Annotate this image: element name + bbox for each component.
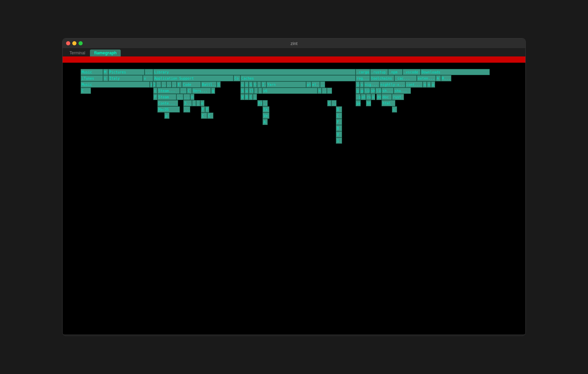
flame-frame[interactable]: c [153, 88, 157, 94]
flame-frame[interactable]: Fr [257, 100, 263, 106]
flame-frame[interactable]: Pictures [108, 69, 145, 75]
flame-frame[interactable]: Steam [157, 94, 176, 100]
root-bar[interactable] [63, 56, 525, 63]
flame-frame[interactable]: C [249, 94, 253, 100]
flame-frame[interactable]: ... [253, 94, 257, 100]
flame-frame[interactable]: ... [156, 81, 161, 88]
flame-frame[interactable]: .rustup [370, 69, 388, 75]
flame-frame[interactable]: V [240, 94, 245, 100]
flame-frame[interactable]: ... [183, 106, 190, 113]
flame-frame[interactable]: ... [172, 81, 177, 88]
flame-frame[interactable]: C [81, 88, 91, 94]
flame-frame[interactable]: nig... [364, 81, 379, 88]
flame-frame[interactable]: cont... [405, 81, 423, 88]
flame-frame[interactable]: dc [376, 94, 382, 100]
flame-frame[interactable]: S [217, 81, 221, 88]
flame-frame[interactable]: sha... [394, 88, 411, 94]
flame-frame[interactable]: o [431, 81, 435, 88]
flame-frame[interactable]: 3... [183, 100, 192, 106]
flame-frame[interactable]: ... [257, 81, 261, 88]
flame-frame[interactable]: Italy [108, 75, 143, 81]
flame-frame[interactable]: MacOS [157, 106, 180, 113]
flame-frame[interactable]: R... [441, 75, 451, 81]
flame-frame[interactable]: exten... [417, 75, 436, 81]
flame-frame[interactable]: ru [366, 94, 371, 100]
flame-frame[interactable]: C [207, 113, 213, 119]
flame-frame[interactable]: sh [370, 88, 375, 94]
flame-frame[interactable]: ... [176, 94, 183, 100]
flame-frame[interactable]: in [356, 81, 360, 88]
flame-frame[interactable]: ... [183, 94, 190, 100]
flame-frame[interactable]: ... [322, 88, 327, 94]
flame-frame[interactable]: v [143, 75, 153, 81]
flame-frame[interactable]: ... [192, 100, 196, 106]
flame-frame[interactable]: n [423, 81, 427, 88]
flame-frame[interactable]: ty [253, 81, 257, 88]
flame-frame[interactable]: ... [180, 88, 187, 94]
flame-frame[interactable]: ... [263, 100, 268, 106]
flame-frame[interactable]: n [427, 81, 431, 88]
flame-frame[interactable]: ... [331, 100, 337, 106]
flame-frame[interactable]: ... [166, 81, 172, 88]
flame-frame[interactable]: p [164, 113, 169, 119]
flame-frame[interactable]: v6 [262, 88, 318, 94]
flame-frame[interactable]: ... [320, 81, 325, 88]
minimize-button[interactable] [72, 41, 76, 45]
tab-flamegraph[interactable]: flamegraph [90, 50, 121, 56]
flame-frame[interactable]: Music [81, 69, 103, 75]
maximize-button[interactable] [79, 41, 83, 45]
flame-frame[interactable]: Cl [249, 88, 254, 94]
flame-frame[interactable]: Yarn [266, 81, 306, 88]
flame-frame[interactable]: B [336, 125, 342, 131]
flame-frame[interactable]: Ve [263, 113, 269, 119]
flame-frame[interactable]: pl [306, 81, 311, 88]
flame-frame[interactable]: nightly-x... [379, 81, 405, 88]
flame-frame[interactable]: html [382, 100, 395, 106]
flame-frame[interactable]: S [240, 88, 245, 94]
flame-frame[interactable]: F [336, 119, 342, 125]
flame-frame[interactable]: B [336, 106, 342, 113]
flame-frame[interactable]: g [211, 88, 215, 94]
flame-frame[interactable]: Music [81, 81, 150, 88]
flame-frame[interactable]: doc [382, 94, 392, 100]
flame-frame[interactable]: ... [258, 88, 262, 94]
flame-frame[interactable]: reg... [356, 75, 370, 81]
flame-frame[interactable]: .cargo [356, 69, 370, 75]
flame-frame[interactable]: rust [392, 94, 404, 100]
flame-frame[interactable]: _cac... [394, 75, 417, 81]
flame-frame[interactable]: toolchains [370, 75, 394, 81]
flame-frame[interactable]: .npm [388, 69, 403, 75]
flame-frame[interactable]: c [392, 106, 397, 113]
flame-frame[interactable]: lib [364, 88, 370, 94]
flame-frame[interactable]: ct [245, 81, 249, 88]
flame-frame[interactable]: sr [360, 81, 364, 88]
flame-frame[interactable]: n [103, 75, 108, 81]
flame-frame[interactable]: gi [356, 88, 360, 94]
flame-frame[interactable]: V [336, 131, 342, 137]
flame-frame[interactable]: Code [182, 81, 201, 88]
flame-frame[interactable]: Downloads [421, 69, 490, 75]
flame-frame[interactable]: C [336, 113, 342, 119]
flame-frame[interactable]: ... [327, 88, 332, 94]
flame-frame[interactable]: E [177, 81, 182, 88]
flame-frame[interactable]: F [201, 106, 205, 113]
flame-frame[interactable]: ol [361, 94, 366, 100]
flame-frame[interactable]: .g [356, 94, 361, 100]
flame-frame[interactable]: ... [196, 100, 200, 106]
flame-frame[interactable]: D [245, 94, 249, 100]
flame-frame[interactable]: n [150, 81, 153, 88]
flame-frame[interactable]: u [245, 88, 249, 94]
flame-frame[interactable]: el... [311, 81, 320, 88]
flame-frame[interactable]: x [371, 94, 375, 100]
flame-frame[interactable]: Library [153, 69, 356, 75]
flame-frame[interactable]: n [190, 94, 194, 100]
flame-frame[interactable]: ... [145, 69, 153, 75]
flame-frame[interactable]: 1 [336, 137, 342, 144]
flame-frame[interactable]: C [187, 88, 192, 94]
flame-frame[interactable]: pa [356, 100, 361, 106]
flame-frame[interactable]: Battl... [201, 81, 217, 88]
flame-frame[interactable]: Application Support [153, 75, 233, 81]
flame-frame[interactable]: lib [375, 88, 382, 94]
flame-frame[interactable]: Caches [240, 75, 356, 81]
flame-frame[interactable]: ... [254, 88, 258, 94]
